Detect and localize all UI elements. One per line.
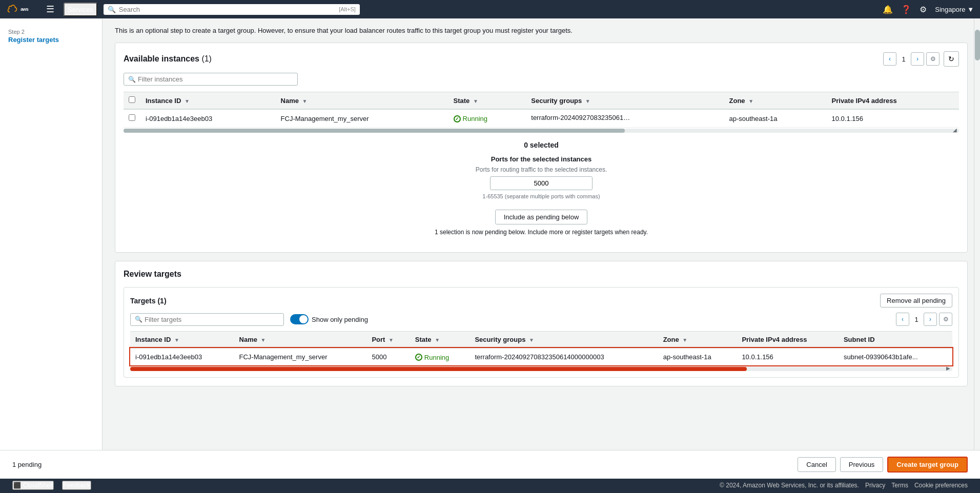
settings-icon[interactable]: ⚙ xyxy=(920,5,927,14)
copyright-text: © 2024, Amazon Web Services, Inc. or its… xyxy=(720,482,859,489)
targets-sub-title: Targets (1) xyxy=(130,297,167,305)
region-selector[interactable]: Singapore ▼ xyxy=(935,6,974,13)
col-name: Name ▼ xyxy=(276,92,448,110)
available-instances-card: Available instances (1) ‹ 1 › ⚙ ↻ 🔍 xyxy=(115,43,968,253)
show-only-pending-toggle[interactable] xyxy=(290,314,309,324)
table-settings-btn[interactable]: ⚙ xyxy=(926,52,940,66)
col-state: State ▼ xyxy=(448,92,526,110)
services-label: Services xyxy=(68,6,93,13)
bottom-bar-right: © 2024, Amazon Web Services, Inc. or its… xyxy=(720,482,968,489)
cell-state: ✓ Running xyxy=(448,109,526,128)
step-title: Register targets xyxy=(8,36,94,44)
show-only-pending-toggle-wrap: Show only pending xyxy=(290,314,368,324)
review-cell-name: FCJ-Management_my_server xyxy=(234,348,367,365)
review-col-subnet: Subnet ID xyxy=(839,332,952,348)
select-all-checkbox[interactable] xyxy=(129,96,135,103)
resize-handle: ◢ xyxy=(953,127,957,133)
sidebar: Step 2 Register targets xyxy=(0,18,103,493)
cell-security-groups: terraform-20240927083235061400000... xyxy=(526,109,724,128)
review-cell-subnet: subnet-09390643b1afe... xyxy=(839,348,952,365)
review-col-security-groups: Security groups ▼ xyxy=(469,332,658,348)
main-content: This is an optional step to create a tar… xyxy=(103,18,980,493)
terms-link[interactable]: Terms xyxy=(891,482,908,489)
privacy-link[interactable]: Privacy xyxy=(865,482,885,489)
review-table-wrap: Instance ID ▼ Name ▼ Port ▼ State ▼ Secu… xyxy=(130,331,952,371)
targets-prev-page-btn[interactable]: ‹ xyxy=(896,313,909,326)
filter-targets-icon: 🔍 xyxy=(135,316,142,323)
filter-instances-input[interactable] xyxy=(138,75,293,83)
status-running: ✓ Running xyxy=(454,115,487,122)
port-hint: 1-65535 (separate multiple ports with co… xyxy=(482,193,600,199)
review-cell-security-groups: terraform-202409270832350614000000003 xyxy=(469,348,658,365)
cell-name: FCJ-Management_my_server xyxy=(276,109,448,128)
cookie-link[interactable]: Cookie preferences xyxy=(914,482,968,489)
h-scroll-bar[interactable]: ◢ xyxy=(124,129,959,133)
v-scroll-thumb xyxy=(975,30,980,60)
selected-section: 0 selected Ports for the selected instan… xyxy=(124,133,959,244)
row-checkbox[interactable] xyxy=(129,114,135,121)
notifications-icon[interactable]: 🔔 xyxy=(883,5,893,14)
targets-table-settings-btn[interactable]: ⚙ xyxy=(939,313,952,326)
aws-logo[interactable]: aws xyxy=(6,3,37,15)
review-cell-zone: ap-southeast-1a xyxy=(658,348,737,365)
col-security-groups: Security groups ▼ xyxy=(526,92,724,110)
search-bar[interactable]: 🔍 [Alt+S] xyxy=(104,4,360,15)
create-target-group-button[interactable]: Create target group xyxy=(887,457,968,473)
bottom-bar: ⬛ CloudShell Feedback © 2024, Amazon Web… xyxy=(0,478,980,493)
services-button[interactable]: Services xyxy=(64,3,97,16)
review-col-name: Name ▼ xyxy=(234,332,367,348)
refresh-btn[interactable]: ↻ xyxy=(944,51,959,67)
review-col-private-ip: Private IPv4 address xyxy=(737,332,839,348)
remove-all-pending-btn[interactable]: Remove all pending xyxy=(880,294,952,307)
top-navigation: aws ☰ Services 🔍 [Alt+S] 🔔 ❓ ⚙ Singapore… xyxy=(0,0,980,18)
review-h-scroll-bar[interactable]: ▶ xyxy=(130,367,952,371)
available-instances-count: (1) xyxy=(201,54,212,63)
col-zone: Zone ▼ xyxy=(724,92,827,110)
filter-instances-wrap[interactable]: 🔍 xyxy=(124,73,298,86)
search-input[interactable] xyxy=(119,6,336,13)
cell-instance-id: i-091edb1a14e3eeb03 xyxy=(140,109,276,128)
nav-right: 🔔 ❓ ⚙ Singapore ▼ xyxy=(883,5,974,14)
port-input[interactable]: 5000 xyxy=(490,176,593,190)
filter-targets-input[interactable] xyxy=(145,316,279,323)
info-text: This is an optional step to create a tar… xyxy=(115,27,968,34)
footer-action-bar: 1 pending Cancel Previous Create target … xyxy=(103,450,980,479)
col-instance-id: Instance ID ▼ xyxy=(140,92,276,110)
filter-row: 🔍 Show only pending ‹ 1 › ⚙ xyxy=(130,313,952,326)
review-h-scroll-thumb xyxy=(130,367,747,371)
cloudshell-icon: ⬛ xyxy=(13,482,21,489)
step-label: Step 2 xyxy=(8,29,94,35)
include-pending-btn[interactable]: Include as pending below xyxy=(495,210,588,224)
targets-next-page-btn[interactable]: › xyxy=(924,313,937,326)
ports-section: Ports for the selected instances Ports f… xyxy=(132,155,951,199)
hamburger-menu[interactable]: ☰ xyxy=(43,4,57,15)
review-cell-instance-id: i-091edb1a14e3eeb03 xyxy=(130,348,234,365)
cell-zone: ap-southeast-1a xyxy=(724,109,827,128)
review-col-zone: Zone ▼ xyxy=(658,332,737,348)
feedback-button[interactable]: Feedback xyxy=(62,481,91,490)
prev-page-btn[interactable]: ‹ xyxy=(883,52,896,66)
targets-sub-header: Targets (1) Remove all pending xyxy=(130,294,952,307)
cloudshell-label: CloudShell xyxy=(23,482,53,489)
review-targets-card: Review targets Targets (1) Remove all pe… xyxy=(115,261,968,386)
sidebar-step-2: Step 2 Register targets xyxy=(0,25,102,48)
search-hint: [Alt+S] xyxy=(339,6,356,12)
previous-button[interactable]: Previous xyxy=(840,457,884,472)
cloudshell-button[interactable]: ⬛ CloudShell xyxy=(12,481,54,490)
next-page-btn[interactable]: › xyxy=(911,52,924,66)
ports-label: Ports for the selected instances xyxy=(491,155,592,163)
review-cell-private-ip: 10.0.1.156 xyxy=(737,348,839,365)
selected-count: 0 selected xyxy=(132,141,951,149)
cancel-button[interactable]: Cancel xyxy=(798,457,835,472)
help-icon[interactable]: ❓ xyxy=(901,5,911,14)
targets-pagination: ‹ 1 › ⚙ xyxy=(896,313,952,326)
review-cell-port: 5000 xyxy=(366,348,410,365)
page-number: 1 xyxy=(899,55,909,63)
ports-sublabel: Ports for routing traffic to the selecte… xyxy=(476,166,607,173)
svg-text:aws: aws xyxy=(21,7,29,12)
footer-actions: Cancel Previous Create target group xyxy=(798,457,968,473)
vertical-scrollbar[interactable] xyxy=(974,18,980,475)
filter-targets-wrap[interactable]: 🔍 xyxy=(130,313,284,326)
review-status-icon: ✓ xyxy=(415,354,422,361)
targets-sub-card: Targets (1) Remove all pending 🔍 xyxy=(124,287,959,378)
